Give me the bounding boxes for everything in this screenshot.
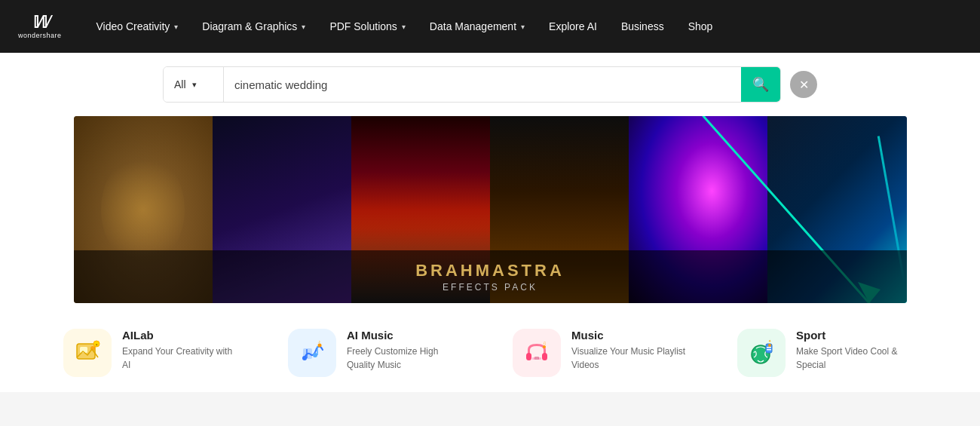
nav-explore-ai[interactable]: Explore AI <box>537 0 609 53</box>
logo[interactable]: 𝕎 wondershare <box>18 14 62 39</box>
chevron-down-icon: ▾ <box>174 23 178 31</box>
music-text: Music Visualize Your Music Playlist Vide… <box>571 329 692 372</box>
category-sport[interactable]: ✦ Sport Make Sport Video Cool & Special <box>737 329 917 377</box>
sport-title: Sport <box>796 329 917 342</box>
music-desc: Visualize Your Music Playlist Videos <box>571 345 692 372</box>
nav-data-management[interactable]: Data Management ▾ <box>418 0 537 53</box>
aimusic-icon: ♪ <box>288 329 336 377</box>
svg-point-10 <box>318 344 322 348</box>
categories-section: ✦ AILab Expand Your Creativity with AI ♪… <box>0 311 980 392</box>
banner-subtitle: EFFECTS PACK <box>89 282 892 293</box>
logo-text: wondershare <box>18 32 62 39</box>
category-ailab[interactable]: ✦ AILab Expand Your Creativity with AI <box>63 329 243 377</box>
svg-rect-12 <box>526 353 531 360</box>
svg-rect-13 <box>542 353 547 360</box>
search-button[interactable]: 🔍 <box>741 67 780 102</box>
nav-label-video-creativity: Video Creativity <box>96 20 170 32</box>
svg-point-17 <box>543 345 546 348</box>
close-search-button[interactable]: ✕ <box>790 71 817 98</box>
dropdown-arrow-icon: ▾ <box>192 80 197 90</box>
search-icon: 🔍 <box>752 76 769 93</box>
nav-pdf-solutions[interactable]: PDF Solutions ▾ <box>317 0 417 53</box>
aimusic-desc: Freely Customize High Quality Music <box>347 345 467 372</box>
nav-label-explore-ai: Explore AI <box>549 20 597 32</box>
dropdown-value: All <box>174 78 186 90</box>
ailab-icon: ✦ <box>63 329 112 377</box>
logo-symbol: 𝕎 <box>31 14 49 31</box>
svg-rect-22 <box>767 349 771 351</box>
search-category-dropdown[interactable]: All ▾ <box>164 67 224 102</box>
nav-diagram-graphics[interactable]: Diagram & Graphics ▾ <box>190 0 317 53</box>
aimusic-text: AI Music Freely Customize High Quality M… <box>347 329 467 372</box>
navbar: 𝕎 wondershare Video Creativity ▾ Diagram… <box>0 0 980 53</box>
nav-label-shop: Shop <box>688 20 713 32</box>
ailab-desc: Expand Your Creativity with AI <box>122 345 243 372</box>
sport-icon: ✦ <box>737 329 786 377</box>
svg-text:✦: ✦ <box>95 342 98 347</box>
nav-video-creativity[interactable]: Video Creativity ▾ <box>84 0 191 53</box>
ailab-title: AILab <box>122 329 243 342</box>
category-aimusic[interactable]: ♪ AI Music Freely Customize High Quality… <box>288 329 467 377</box>
svg-point-9 <box>313 353 317 357</box>
ailab-text: AILab Expand Your Creativity with AI <box>122 329 243 372</box>
music-title: Music <box>571 329 692 342</box>
category-music[interactable]: ♫ Music Visualize Your Music Playlist Vi… <box>513 329 692 377</box>
svg-text:✦: ✦ <box>768 339 771 343</box>
banner[interactable]: BRAHMASTRA EFFECTS PACK <box>74 116 907 303</box>
svg-rect-21 <box>767 347 771 348</box>
svg-rect-16 <box>534 357 539 360</box>
svg-text:♫: ♫ <box>543 341 547 345</box>
nav-label-business: Business <box>621 20 664 32</box>
nav-items: Video Creativity ▾ Diagram & Graphics ▾ … <box>84 0 962 53</box>
search-wrapper: All ▾ 🔍 <box>163 66 781 103</box>
chevron-down-icon: ▾ <box>302 23 305 31</box>
sport-desc: Make Sport Video Cool & Special <box>796 345 917 372</box>
nav-shop[interactable]: Shop <box>676 0 725 53</box>
nav-business[interactable]: Business <box>609 0 676 53</box>
music-icon: ♫ <box>513 329 561 377</box>
sport-text: Sport Make Sport Video Cool & Special <box>796 329 917 372</box>
svg-point-8 <box>302 356 307 360</box>
aimusic-title: AI Music <box>347 329 467 342</box>
nav-label-pdf-solutions: PDF Solutions <box>329 20 397 32</box>
nav-label-diagram-graphics: Diagram & Graphics <box>202 20 297 32</box>
svg-point-23 <box>768 344 771 347</box>
search-bar-container: All ▾ 🔍 ✕ <box>0 53 980 116</box>
chevron-down-icon: ▾ <box>521 23 525 31</box>
chevron-down-icon: ▾ <box>402 23 406 31</box>
svg-text:♪: ♪ <box>318 339 320 344</box>
close-icon: ✕ <box>799 78 809 92</box>
banner-main-title: BRAHMASTRA <box>89 261 892 280</box>
nav-label-data-management: Data Management <box>430 20 516 32</box>
banner-title-overlay: BRAHMASTRA EFFECTS PACK <box>74 250 907 303</box>
banner-wrapper: BRAHMASTRA EFFECTS PACK <box>0 116 980 311</box>
search-input[interactable] <box>224 78 741 91</box>
